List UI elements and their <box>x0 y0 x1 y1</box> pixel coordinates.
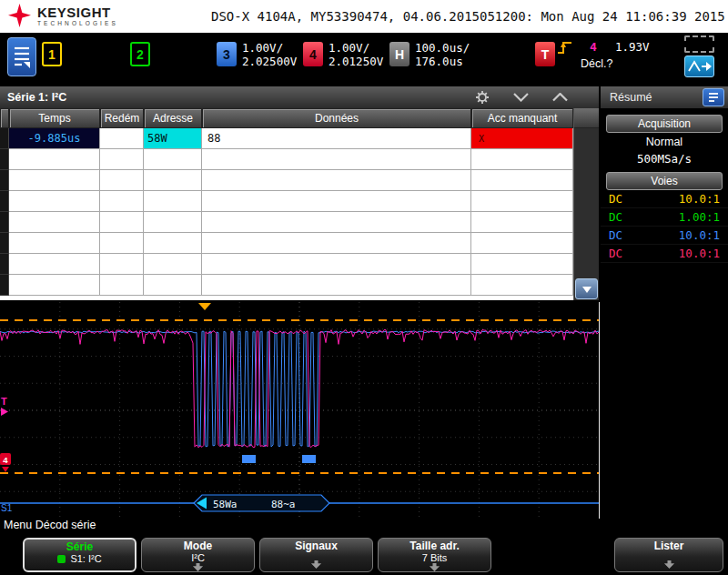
channel4-offset: 2.01250V <box>329 55 383 68</box>
softkey-dropdown-arrow-icon <box>663 560 675 569</box>
status-bar: 1 2 3 1.00V/ 2.02500V 4 1.00V/ 2.01250V … <box>0 33 728 82</box>
cell-temps: -9.885us <box>9 128 100 149</box>
softkey-serie-label: Série <box>66 541 93 553</box>
arrow-down-icon <box>581 285 593 294</box>
scrollbar-cap <box>574 108 599 128</box>
main-menu-icon[interactable] <box>7 37 36 76</box>
channels-button[interactable]: Voies <box>606 172 723 190</box>
softkey-taille-adr[interactable]: Taille adr. 7 Bits <box>378 538 491 572</box>
channel1-probe: 10.0:1 <box>679 192 720 206</box>
trigger-level-arrow-icon <box>1 408 8 416</box>
waveform-glyph-icon <box>687 58 713 75</box>
waveform-zoom-icon[interactable] <box>684 55 714 77</box>
col-header-temps: Temps <box>9 108 100 128</box>
softkey-signaux[interactable]: Signaux <box>259 538 373 572</box>
channel3-coupling: DC <box>609 228 622 242</box>
summary-title: Résumé <box>610 91 652 104</box>
channel3-readout: 1.00V/ 2.02500V <box>242 41 297 68</box>
softkey-lister[interactable]: Lister <box>614 538 723 572</box>
brand-name: KEYSIGHT <box>37 5 118 20</box>
table-scrollbar[interactable] <box>573 108 599 300</box>
channel2-button[interactable]: 2 <box>130 42 150 66</box>
horizontal-timebase: 100.0us/ <box>415 41 470 55</box>
settings-gear-icon[interactable] <box>475 90 490 105</box>
acquisition-mode: Normal <box>601 136 728 149</box>
channel3-offset: 2.02500V <box>242 55 297 68</box>
softkey-dropdown-arrow-icon <box>192 563 204 571</box>
decode-panel-title: Série 1: I²C <box>7 91 66 104</box>
acquisition-button[interactable]: Acquisition <box>606 115 723 133</box>
trigger-button[interactable]: T <box>535 42 555 66</box>
table-row-empty <box>0 149 573 170</box>
channel2-probe: 1.00:1 <box>679 210 720 224</box>
keysight-spark-icon <box>7 3 32 28</box>
softkey-taille-value: 7 Bits <box>422 552 448 563</box>
summary-sidebar: Résumé Acquisition Normal 500MSa/s Voies… <box>601 86 728 300</box>
scroll-down-button[interactable] <box>575 278 598 299</box>
summary-titlebar: Résumé <box>601 86 728 108</box>
horizontal-button[interactable]: H <box>389 42 410 66</box>
channel1-summary-row: DC 10.0:1 <box>601 190 728 208</box>
channel4-coupling: DC <box>609 247 622 260</box>
table-row-selected[interactable]: -9.885us 58W 88 X <box>0 128 573 149</box>
channel4-summary-row: DC 10.0:1 <box>601 245 728 263</box>
chevron-down-icon[interactable] <box>513 93 529 102</box>
instrument-title: DSO-X 4104A, MY53390474, 04.06.201505120… <box>211 9 725 24</box>
table-row-empty <box>0 170 573 191</box>
decode-panel-titlebar: Série 1: I²C <box>0 86 599 108</box>
channel1-button[interactable]: 1 <box>42 42 62 66</box>
softkey-mode-label: Mode <box>184 540 212 552</box>
channel4-probe: 10.0:1 <box>679 247 720 260</box>
bus-data-label: 88~a <box>271 499 296 510</box>
col-header-redem: Redém <box>100 108 144 128</box>
trigger-source: 4 <box>590 40 597 54</box>
channel3-scale: 1.00V/ <box>242 41 297 55</box>
softkey-mode[interactable]: Mode I²C <box>141 538 255 572</box>
menu-lines-icon <box>12 44 32 71</box>
trigger-level-marker[interactable]: T <box>1 396 7 407</box>
channel4-marker-label: 4 <box>3 455 8 465</box>
channel4-scale: 1.00V/ <box>329 41 383 55</box>
dashed-region-icon[interactable] <box>684 35 714 53</box>
trigger-slope-icon <box>557 39 573 59</box>
cell-redem <box>100 128 144 149</box>
serial-bus-marker: S1 <box>1 503 13 513</box>
row-indicator <box>0 128 9 149</box>
table-row-empty <box>0 275 573 296</box>
table-row-empty <box>0 254 573 275</box>
trigger-position-marker[interactable] <box>198 303 211 310</box>
decode-table: Temps Redém Adresse Données Acc manquant… <box>0 108 573 296</box>
trigger-level: 1.93V <box>615 40 650 54</box>
softkey-serie-value: S1: I²C <box>70 553 101 564</box>
softkey-lister-label: Lister <box>654 540 684 552</box>
softkey-serie[interactable]: Série S1: I²C <box>23 538 136 572</box>
trigger-status: Décl.? <box>581 57 612 70</box>
channel2-summary-row: DC 1.00:1 <box>601 208 728 227</box>
horizontal-delay: 176.0us <box>415 55 470 68</box>
softkey-dropdown-arrow-icon <box>429 563 440 571</box>
summary-menu-icon[interactable] <box>703 88 724 106</box>
softkey-taille-label: Taille adr. <box>410 540 459 552</box>
cell-acc-manquant: X <box>471 128 573 149</box>
channel3-button[interactable]: 3 <box>217 42 237 66</box>
col-header-adresse: Adresse <box>144 108 202 128</box>
chevron-up-icon[interactable] <box>552 93 568 102</box>
serial-on-indicator <box>57 555 66 563</box>
cell-donnees: 88 <box>202 128 471 149</box>
col-header-donnees: Données <box>202 108 471 128</box>
softkey-signaux-label: Signaux <box>295 540 338 552</box>
oscilloscope-screen: KEYSIGHT TECHNOLOGIES DSO-X 4104A, MY533… <box>0 0 728 575</box>
channel3-probe: 10.0:1 <box>679 228 720 242</box>
table-header-row: Temps Redém Adresse Données Acc manquant <box>0 108 573 128</box>
col-header-acc-manquant: Acc manquant <box>471 108 573 128</box>
cell-adresse: 58W <box>144 128 202 149</box>
sample-rate: 500MSa/s <box>601 152 728 166</box>
channel4-button[interactable]: 4 <box>303 42 323 66</box>
channel4-readout: 1.00V/ 2.01250V <box>329 41 383 68</box>
decode-mark-1 <box>242 455 256 463</box>
waveform-display[interactable]: 58Wa 88~a T 4 S1 <box>0 302 600 519</box>
bus-address-label: 58Wa <box>213 499 238 510</box>
decode-mark-2 <box>302 455 316 463</box>
decode-panel-controls <box>475 86 568 108</box>
channel3-summary-row: DC 10.0:1 <box>601 227 728 245</box>
